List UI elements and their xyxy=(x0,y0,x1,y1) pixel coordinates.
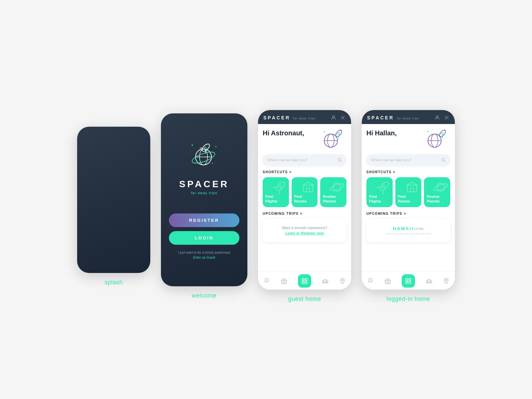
svg-point-66 xyxy=(437,183,445,191)
logged-header-brand: SPACER far away trips xyxy=(367,115,419,120)
logged-header-icons xyxy=(434,115,450,121)
logged-gear-icon[interactable] xyxy=(444,115,450,121)
logged-shortcut-find-rooms[interactable]: FindRooms xyxy=(395,177,422,207)
nav-grid-icon xyxy=(301,278,308,284)
upcoming-section: Want a smooth experience? Login or Regis… xyxy=(263,219,346,271)
svg-rect-70 xyxy=(385,280,390,284)
svg-point-45 xyxy=(342,279,343,281)
svg-rect-75 xyxy=(409,281,411,283)
svg-text:✦: ✦ xyxy=(215,145,217,148)
logged-home-phone: SPACER far away trips Hi Halla xyxy=(362,110,455,290)
svg-point-57 xyxy=(441,132,444,135)
spacer-logo-icon: ✦ ✦ ✦ ✦ xyxy=(188,140,221,174)
svg-rect-38 xyxy=(302,278,304,280)
search-icon xyxy=(337,158,342,162)
logged-user-icon[interactable] xyxy=(434,115,440,121)
svg-line-34 xyxy=(266,281,266,282)
shortcut-review-planets[interactable]: ReviewPlanets xyxy=(320,177,346,207)
nav-rooms[interactable] xyxy=(281,278,287,284)
trip-dot xyxy=(428,233,429,234)
svg-point-63 xyxy=(382,185,385,188)
user-icon[interactable] xyxy=(331,115,336,121)
trip-dot xyxy=(409,233,410,234)
logged-upcoming-section: HAWAII 12 Nov xyxy=(366,219,450,271)
logged-nav-center-grid-button[interactable] xyxy=(402,274,415,288)
svg-rect-72 xyxy=(406,278,408,280)
nav-center-grid-button[interactable] xyxy=(298,274,311,288)
svg-text:✦: ✦ xyxy=(446,136,447,138)
greeting-text: Hi Astronaut, xyxy=(263,129,304,137)
nav-extras[interactable] xyxy=(339,278,346,284)
svg-rect-65 xyxy=(410,188,414,192)
logged-greeting-illustration: ✦ ✦ ✦ xyxy=(425,129,450,150)
trip-dot xyxy=(430,233,431,234)
svg-point-47 xyxy=(446,117,448,118)
svg-line-69 xyxy=(371,281,372,282)
splash-phone xyxy=(77,127,150,273)
logged-shortcut-find-flights[interactable]: FindFlights xyxy=(366,177,393,207)
svg-rect-37 xyxy=(283,281,285,284)
logged-nav-rooms-icon xyxy=(384,278,391,284)
logged-search-placeholder: Where can we take you? xyxy=(371,158,411,162)
trip-card-hawaii[interactable]: HAWAII 12 Nov xyxy=(366,219,450,242)
trip-card-link[interactable]: Login or Register now xyxy=(285,231,324,235)
enter-as-guest-link[interactable]: Enter as Guest xyxy=(193,256,215,259)
svg-line-62 xyxy=(381,191,385,194)
logged-nav-flights[interactable] xyxy=(367,278,374,284)
trip-dot xyxy=(407,233,408,234)
logged-brand-tagline: far away trips xyxy=(397,117,419,120)
svg-line-35 xyxy=(268,281,268,282)
shortcut-find-flights[interactable]: FindFlights xyxy=(263,177,289,207)
logged-shortcut-review-planets[interactable]: ReviewPlanets xyxy=(424,177,450,207)
nav-car[interactable] xyxy=(322,278,329,284)
splash-label: splash xyxy=(104,279,123,286)
logged-search-bar[interactable]: Where can we take you? xyxy=(366,154,450,166)
login-button[interactable]: LOGIN xyxy=(169,231,239,245)
logged-bottom-nav xyxy=(362,271,455,290)
logged-greeting-row: Hi Hallan, ✦ ✦ ✦ xyxy=(366,129,450,150)
nav-rooms-icon xyxy=(281,278,287,284)
trip-dot xyxy=(402,233,403,234)
svg-point-33 xyxy=(330,182,344,192)
logged-search-icon xyxy=(441,158,446,162)
greeting-illustration: ✦ ✦ ✦ xyxy=(322,129,346,150)
rooms-shortcut-icon xyxy=(301,180,316,195)
gear-icon[interactable] xyxy=(340,115,346,121)
register-button[interactable]: REGISTER xyxy=(169,213,239,227)
svg-text:✦: ✦ xyxy=(427,130,429,133)
svg-point-12 xyxy=(332,116,334,118)
svg-rect-31 xyxy=(307,188,310,192)
svg-point-67 xyxy=(434,182,448,192)
logged-nav-grid-icon xyxy=(405,278,412,284)
welcome-screen-wrapper: ✦ ✦ ✦ ✦ xyxy=(161,113,247,299)
nav-pin-icon xyxy=(339,278,346,284)
trip-dots xyxy=(386,233,431,234)
logged-nav-rooms[interactable] xyxy=(384,278,391,284)
svg-point-29 xyxy=(278,185,282,188)
logged-nav-extras[interactable] xyxy=(443,278,450,284)
hawaii-date: 12 Nov xyxy=(414,227,424,230)
nav-car-icon xyxy=(322,278,329,284)
guest-home-screen-wrapper: SPACER far away trips Hi Astro xyxy=(258,110,351,303)
svg-rect-73 xyxy=(409,278,411,280)
svg-text:✦: ✦ xyxy=(323,130,326,133)
logged-rocket-icon xyxy=(376,180,391,195)
svg-line-68 xyxy=(369,281,370,282)
shortcut-find-rooms[interactable]: FindRooms xyxy=(292,177,318,207)
nav-flights[interactable] xyxy=(263,278,270,284)
rocket-shortcut-icon xyxy=(272,180,287,195)
greeting-row: Hi Astronaut, ✦ ✦ ✦ xyxy=(263,129,346,150)
svg-rect-39 xyxy=(305,278,307,280)
trip-dot xyxy=(393,233,394,234)
logged-nav-car-icon xyxy=(426,278,432,284)
logged-planet-icon xyxy=(434,180,448,195)
search-bar[interactable]: Where can we take you? xyxy=(263,154,346,166)
logged-nav-car[interactable] xyxy=(426,278,432,284)
svg-text:✦: ✦ xyxy=(211,162,213,165)
trip-dot xyxy=(423,233,424,234)
guest-bottom-nav xyxy=(258,271,351,290)
svg-line-28 xyxy=(278,191,281,194)
brand-name: SPACER xyxy=(263,115,290,120)
svg-rect-41 xyxy=(305,281,307,283)
svg-rect-40 xyxy=(302,281,304,283)
